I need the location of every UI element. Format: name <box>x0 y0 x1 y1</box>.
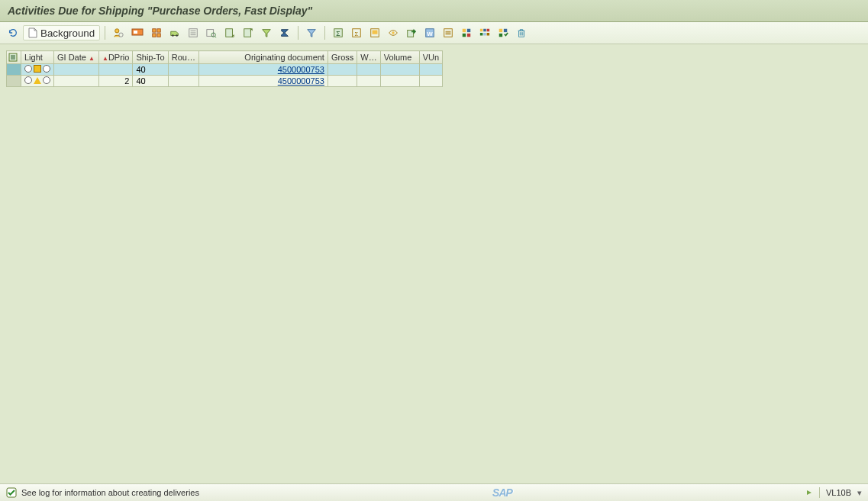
table-row[interactable]: 404500000753 <box>7 64 443 76</box>
view-button[interactable] <box>385 25 402 40</box>
select-all-items-button[interactable] <box>148 25 165 40</box>
cell-dprio <box>99 64 133 76</box>
layout-save-button[interactable] <box>495 25 511 40</box>
cell-route <box>168 64 198 76</box>
sort-indicator-asc-icon: ▲ <box>102 55 108 62</box>
svg-rect-38 <box>499 34 502 37</box>
statusbar: See log for information about creating d… <box>0 483 868 501</box>
traffic-light-icon <box>24 76 50 84</box>
svg-rect-3 <box>134 31 137 34</box>
svg-point-21 <box>392 31 395 34</box>
col-route[interactable]: Rou… <box>168 51 198 64</box>
svg-rect-35 <box>487 33 490 36</box>
alv-grid[interactable]: Light GI Date ▲ ▲DPrio Ship-To Rou… Orig… <box>6 50 443 87</box>
sort-indicator-asc-icon: ▲ <box>89 55 95 62</box>
col-orig-doc[interactable]: Originating document <box>198 51 328 64</box>
cell-ship-to: 40 <box>133 64 168 76</box>
svg-rect-37 <box>504 29 507 32</box>
cell-orig-doc: 4500000753 <box>198 76 328 87</box>
sum-button[interactable]: Σ <box>330 25 347 40</box>
svg-point-9 <box>176 34 178 37</box>
cell-gi-date <box>54 64 99 76</box>
cell-wun <box>357 76 380 87</box>
cell-route <box>168 76 198 87</box>
session-indicator-icon[interactable] <box>805 489 813 496</box>
export-button[interactable] <box>403 25 420 40</box>
svg-rect-4 <box>153 29 156 32</box>
cell-light <box>21 76 54 87</box>
set-filter-button[interactable] <box>258 25 275 40</box>
svg-point-8 <box>172 34 174 37</box>
word-processing-button[interactable]: W <box>421 25 438 40</box>
layout-select-button[interactable] <box>458 25 475 40</box>
print-preview-button[interactable] <box>366 25 383 40</box>
user-settings-button[interactable] <box>110 25 127 40</box>
background-button-label: Background <box>40 27 95 39</box>
row-selector[interactable] <box>7 64 21 76</box>
sort-descending-button[interactable] <box>240 25 257 40</box>
cell-light <box>21 64 54 76</box>
table-row[interactable]: 2404500000753 <box>7 76 443 87</box>
svg-rect-34 <box>483 33 486 36</box>
status-menu-icon[interactable]: ▾ <box>857 488 862 498</box>
svg-rect-28 <box>463 34 466 37</box>
cell-volume <box>380 64 419 76</box>
work-area: Light GI Date ▲ ▲DPrio Ship-To Rou… Orig… <box>0 44 868 483</box>
svg-rect-30 <box>480 29 483 32</box>
traffic-light-icon <box>24 65 50 73</box>
total-button[interactable] <box>276 25 293 40</box>
svg-text:Σ: Σ <box>355 31 359 37</box>
originating-document-link[interactable]: 4500000753 <box>278 76 324 86</box>
find-button[interactable] <box>203 25 220 40</box>
col-ship-to[interactable]: Ship-To <box>133 51 168 64</box>
application-toolbar: Background <box>0 22 868 44</box>
layout-change-button[interactable] <box>476 25 493 40</box>
sort-ascending-button[interactable] <box>221 25 238 40</box>
dialog-button[interactable] <box>128 25 147 40</box>
svg-rect-13 <box>226 29 233 37</box>
col-gross[interactable]: Gross <box>328 51 357 64</box>
status-success-icon <box>6 487 17 498</box>
details-button[interactable] <box>185 25 202 40</box>
cell-vun <box>419 76 442 87</box>
select-all-column-header[interactable] <box>7 51 21 64</box>
svg-rect-5 <box>157 29 160 32</box>
toolbar-separator <box>324 26 325 40</box>
svg-rect-36 <box>499 29 502 32</box>
svg-point-1 <box>119 33 123 37</box>
svg-rect-33 <box>480 33 483 36</box>
col-light[interactable]: Light <box>21 51 54 64</box>
toolbar-separator <box>105 26 105 40</box>
cell-gross <box>328 64 357 76</box>
cell-wun <box>357 64 380 76</box>
col-wun[interactable]: W… <box>357 51 380 64</box>
subtotal-button[interactable]: Σ <box>348 25 365 40</box>
local-file-button[interactable] <box>440 25 457 40</box>
col-gi-date[interactable]: GI Date ▲ <box>54 51 99 64</box>
svg-rect-6 <box>153 34 156 37</box>
deliver-button[interactable] <box>166 25 183 40</box>
col-dprio[interactable]: ▲DPrio <box>99 51 133 64</box>
cell-dprio: 2 <box>99 76 133 87</box>
svg-rect-29 <box>467 34 470 37</box>
col-vun[interactable]: VUn <box>419 51 442 64</box>
cell-volume <box>380 76 419 87</box>
originating-document-link[interactable]: 4500000753 <box>278 65 324 74</box>
row-selector[interactable] <box>7 76 21 87</box>
refresh-button[interactable] <box>5 25 21 40</box>
subtotal-filter-button[interactable] <box>303 25 320 40</box>
toolbar-separator <box>298 26 298 40</box>
svg-rect-26 <box>463 29 466 32</box>
transaction-code: VL10B <box>826 488 851 497</box>
delete-button[interactable] <box>513 25 530 40</box>
status-message: See log for information about creating d… <box>21 488 199 497</box>
svg-rect-32 <box>487 29 490 32</box>
background-button[interactable]: Background <box>23 25 100 40</box>
svg-rect-31 <box>483 29 486 32</box>
cell-gross <box>328 76 357 87</box>
svg-point-0 <box>115 29 119 33</box>
col-volume[interactable]: Volume <box>380 51 419 64</box>
cell-vun <box>419 64 442 76</box>
sap-logo: SAP <box>492 486 512 499</box>
cell-orig-doc: 4500000753 <box>198 64 328 76</box>
